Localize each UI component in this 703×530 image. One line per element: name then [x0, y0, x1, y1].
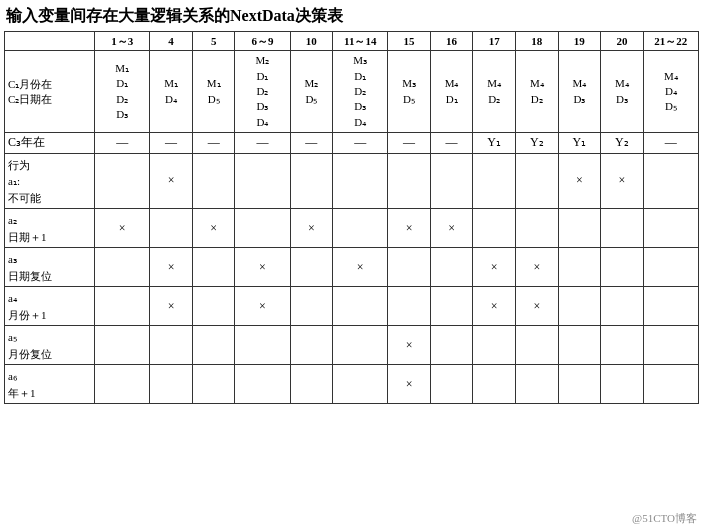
a3-label: a₃日期复位: [5, 248, 95, 287]
c3-val-3: —: [235, 133, 290, 154]
a1-9: [515, 153, 558, 209]
a6-6: ×: [388, 365, 431, 404]
a4-9: ×: [515, 287, 558, 326]
cond-11: M₄D₃: [601, 51, 644, 133]
a2-2: ×: [192, 209, 235, 248]
a5-1: [150, 326, 193, 365]
a5-2: [192, 326, 235, 365]
cond-3: M₂D₁D₂D₃D₄: [235, 51, 290, 133]
a5-12: [643, 326, 698, 365]
col-header-1: 4: [150, 32, 193, 51]
c3-val-11: Y₂: [601, 133, 644, 154]
c1c2-label: C₁月份在C₂日期在: [5, 51, 95, 133]
cond-10: M₄D₃: [558, 51, 601, 133]
a6-10: [558, 365, 601, 404]
col-header-9: 18: [515, 32, 558, 51]
action-row-a5: a₅月份复位 ×: [5, 326, 699, 365]
cond-8: M₄D₂: [473, 51, 516, 133]
a2-1: [150, 209, 193, 248]
watermark: @51CTO博客: [632, 511, 697, 526]
a4-11: [601, 287, 644, 326]
col-header-10: 19: [558, 32, 601, 51]
a3-8: ×: [473, 248, 516, 287]
a6-2: [192, 365, 235, 404]
a2-10: [558, 209, 601, 248]
a1-7: [430, 153, 473, 209]
a5-3: [235, 326, 290, 365]
a2-4: ×: [290, 209, 333, 248]
a5-10: [558, 326, 601, 365]
a3-1: ×: [150, 248, 193, 287]
c3-val-10: Y₁: [558, 133, 601, 154]
a5-0: [95, 326, 150, 365]
a1-8: [473, 153, 516, 209]
page-title: 输入变量间存在大量逻辑关系的NextData决策表: [4, 6, 699, 27]
c3-val-2: —: [192, 133, 235, 154]
col-header-8: 17: [473, 32, 516, 51]
a1-3: [235, 153, 290, 209]
a6-9: [515, 365, 558, 404]
c3-row: C₃年在 — — — — — — — — Y₁ Y₂ Y₁ Y₂ —: [5, 133, 699, 154]
action-row-a3: a₃日期复位 × × × × ×: [5, 248, 699, 287]
a6-0: [95, 365, 150, 404]
a1-5: [333, 153, 388, 209]
c3-val-0: —: [95, 133, 150, 154]
a4-2: [192, 287, 235, 326]
a6-label: a₆年＋1: [5, 365, 95, 404]
cond-6: M₃D₅: [388, 51, 431, 133]
a3-3: ×: [235, 248, 290, 287]
condition-header-row: C₁月份在C₂日期在 M₁D₁D₂D₃ M₁D₄ M₁D₅ M₂D₁D₂D₃D₄…: [5, 51, 699, 133]
a4-8: ×: [473, 287, 516, 326]
a5-8: [473, 326, 516, 365]
col-header-12: 21～22: [643, 32, 698, 51]
cond-12: M₄D₄D₅: [643, 51, 698, 133]
a1-10: ×: [558, 153, 601, 209]
c3-val-1: —: [150, 133, 193, 154]
action-row-a1: 行为a₁:不可能 × × ×: [5, 153, 699, 209]
c3-val-4: —: [290, 133, 333, 154]
a3-7: [430, 248, 473, 287]
cond-5: M₃D₁D₂D₃D₄: [333, 51, 388, 133]
a1-2: [192, 153, 235, 209]
a3-4: [290, 248, 333, 287]
a3-0: [95, 248, 150, 287]
a1-6: [388, 153, 431, 209]
a4-4: [290, 287, 333, 326]
a5-11: [601, 326, 644, 365]
a4-6: [388, 287, 431, 326]
col-header-2: 5: [192, 32, 235, 51]
a4-0: [95, 287, 150, 326]
a3-2: [192, 248, 235, 287]
a1-1: ×: [150, 153, 193, 209]
a6-7: [430, 365, 473, 404]
col-header-4: 10: [290, 32, 333, 51]
a2-11: [601, 209, 644, 248]
cond-4: M₂D₅: [290, 51, 333, 133]
a2-label: a₂日期＋1: [5, 209, 95, 248]
col-header-11: 20: [601, 32, 644, 51]
a5-6: ×: [388, 326, 431, 365]
cond-9: M₄D₂: [515, 51, 558, 133]
page-wrapper: 输入变量间存在大量逻辑关系的NextData决策表 1～3 4 5 6～9 10…: [0, 0, 703, 530]
c3-val-5: —: [333, 133, 388, 154]
c3-val-12: —: [643, 133, 698, 154]
empty-header: [5, 32, 95, 51]
col-header-3: 6～9: [235, 32, 290, 51]
a6-1: [150, 365, 193, 404]
a2-9: [515, 209, 558, 248]
a4-7: [430, 287, 473, 326]
col-header-0: 1～3: [95, 32, 150, 51]
action-row-a2: a₂日期＋1 × × × × ×: [5, 209, 699, 248]
col-header-7: 16: [430, 32, 473, 51]
cond-2: M₁D₅: [192, 51, 235, 133]
a5-7: [430, 326, 473, 365]
a5-label: a₅月份复位: [5, 326, 95, 365]
cond-1: M₁D₄: [150, 51, 193, 133]
a4-3: ×: [235, 287, 290, 326]
a4-5: [333, 287, 388, 326]
c3-val-8: Y₁: [473, 133, 516, 154]
a2-8: [473, 209, 516, 248]
a2-3: [235, 209, 290, 248]
a1-11: ×: [601, 153, 644, 209]
a6-5: [333, 365, 388, 404]
